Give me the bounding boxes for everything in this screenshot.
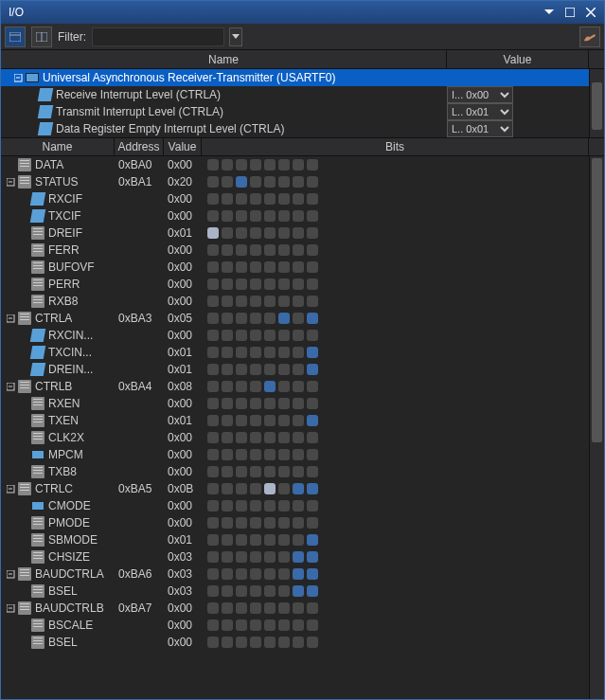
- bit-cell[interactable]: [293, 159, 304, 171]
- bit-cell[interactable]: [293, 551, 304, 563]
- register-row[interactable]: CTRLB 0xBA4 0x08: [1, 378, 589, 395]
- tree-root[interactable]: Universal Asynchronous Receiver-Transmit…: [1, 69, 589, 86]
- register-row[interactable]: SBMODE 0x01: [1, 531, 589, 548]
- bit-cell[interactable]: [264, 159, 276, 171]
- bit-cell[interactable]: [264, 415, 276, 426]
- bit-cell[interactable]: [293, 227, 304, 239]
- register-row[interactable]: BSCALE 0x00: [1, 617, 589, 634]
- bit-cell[interactable]: [222, 193, 233, 205]
- bit-cell[interactable]: [278, 193, 290, 205]
- bit-cell[interactable]: [293, 381, 304, 392]
- bit-cell[interactable]: [278, 483, 290, 494]
- bit-cell[interactable]: [264, 534, 276, 546]
- tool-icon[interactable]: [579, 27, 600, 47]
- register-row[interactable]: RXCIF 0x00: [1, 190, 589, 207]
- bit-cell[interactable]: [264, 227, 276, 239]
- bit-cell[interactable]: [207, 278, 219, 290]
- bit-cell[interactable]: [264, 261, 276, 273]
- bit-cell[interactable]: [222, 176, 233, 188]
- bit-cell[interactable]: [236, 466, 247, 477]
- bit-cell[interactable]: [307, 398, 318, 409]
- register-row[interactable]: PERR 0x00: [1, 276, 589, 293]
- bit-cell[interactable]: [278, 534, 290, 546]
- bit-cell[interactable]: [236, 398, 247, 409]
- col-address[interactable]: Address: [115, 138, 164, 155]
- bit-cell[interactable]: [207, 227, 219, 239]
- bit-cell[interactable]: [307, 551, 318, 563]
- bit-cell[interactable]: [278, 466, 290, 477]
- bit-cell[interactable]: [207, 483, 219, 494]
- bit-cell[interactable]: [222, 415, 233, 426]
- bit-cell[interactable]: [207, 159, 219, 171]
- bit-cell[interactable]: [207, 398, 219, 409]
- bit-cell[interactable]: [236, 602, 247, 614]
- register-row[interactable]: TXCIN... 0x01: [1, 344, 589, 361]
- bit-cell[interactable]: [307, 637, 318, 648]
- bit-cell[interactable]: [250, 637, 261, 648]
- bit-cell[interactable]: [293, 415, 304, 426]
- bit-cell[interactable]: [278, 330, 290, 341]
- bit-cell[interactable]: [307, 347, 318, 358]
- bit-cell[interactable]: [293, 500, 304, 512]
- bit-cell[interactable]: [207, 415, 219, 426]
- bit-cell[interactable]: [293, 602, 304, 614]
- bit-cell[interactable]: [307, 330, 318, 341]
- bit-cell[interactable]: [207, 330, 219, 341]
- bit-cell[interactable]: [307, 364, 318, 375]
- bit-cell[interactable]: [236, 244, 247, 256]
- bit-cell[interactable]: [307, 244, 318, 256]
- bit-cell[interactable]: [236, 381, 247, 392]
- bit-cell[interactable]: [250, 415, 261, 426]
- bit-cell[interactable]: [207, 261, 219, 273]
- register-row[interactable]: CTRLC 0xBA5 0x0B: [1, 480, 589, 497]
- bit-cell[interactable]: [293, 398, 304, 409]
- bit-cell[interactable]: [264, 330, 276, 341]
- bit-cell[interactable]: [236, 159, 247, 171]
- register-row[interactable]: TXEN 0x01: [1, 412, 589, 429]
- register-row[interactable]: RXEN 0x00: [1, 395, 589, 412]
- register-row[interactable]: BUFOVF 0x00: [1, 259, 589, 276]
- bit-cell[interactable]: [293, 619, 304, 631]
- bit-cell[interactable]: [293, 330, 304, 341]
- bit-cell[interactable]: [236, 176, 247, 188]
- bit-cell[interactable]: [222, 551, 233, 563]
- bit-cell[interactable]: [236, 534, 247, 546]
- bit-cell[interactable]: [250, 398, 261, 409]
- bit-cell[interactable]: [278, 432, 290, 443]
- bit-cell[interactable]: [278, 585, 290, 597]
- bit-cell[interactable]: [207, 602, 219, 614]
- bit-cell[interactable]: [264, 176, 276, 188]
- bit-cell[interactable]: [250, 364, 261, 375]
- bit-cell[interactable]: [250, 517, 261, 529]
- register-row[interactable]: TXCIF 0x00: [1, 207, 589, 224]
- bit-cell[interactable]: [293, 210, 304, 222]
- bit-cell[interactable]: [307, 261, 318, 273]
- bit-cell[interactable]: [207, 568, 219, 580]
- register-row[interactable]: DATA 0xBA0 0x00: [1, 156, 589, 173]
- col-value-header[interactable]: Value: [447, 50, 589, 68]
- bit-cell[interactable]: [264, 210, 276, 222]
- bit-cell[interactable]: [264, 364, 276, 375]
- bit-cell[interactable]: [307, 381, 318, 392]
- bit-cell[interactable]: [278, 313, 290, 324]
- register-row[interactable]: BAUDCTRLB 0xBA7 0x00: [1, 600, 589, 617]
- col-name[interactable]: Name: [1, 138, 115, 155]
- bit-cell[interactable]: [207, 500, 219, 512]
- bit-cell[interactable]: [307, 159, 318, 171]
- bit-cell[interactable]: [207, 637, 219, 648]
- bit-cell[interactable]: [293, 347, 304, 358]
- bit-cell[interactable]: [222, 602, 233, 614]
- bit-cell[interactable]: [307, 500, 318, 512]
- bit-cell[interactable]: [264, 398, 276, 409]
- register-row[interactable]: TXB8 0x00: [1, 463, 589, 480]
- bit-cell[interactable]: [278, 568, 290, 580]
- bit-cell[interactable]: [278, 602, 290, 614]
- bit-cell[interactable]: [207, 364, 219, 375]
- bit-cell[interactable]: [236, 347, 247, 358]
- dropdown-icon[interactable]: [540, 5, 559, 20]
- register-row[interactable]: BSEL 0x03: [1, 583, 589, 600]
- bit-cell[interactable]: [207, 585, 219, 597]
- bit-cell[interactable]: [250, 585, 261, 597]
- bit-cell[interactable]: [307, 568, 318, 580]
- bit-cell[interactable]: [278, 517, 290, 529]
